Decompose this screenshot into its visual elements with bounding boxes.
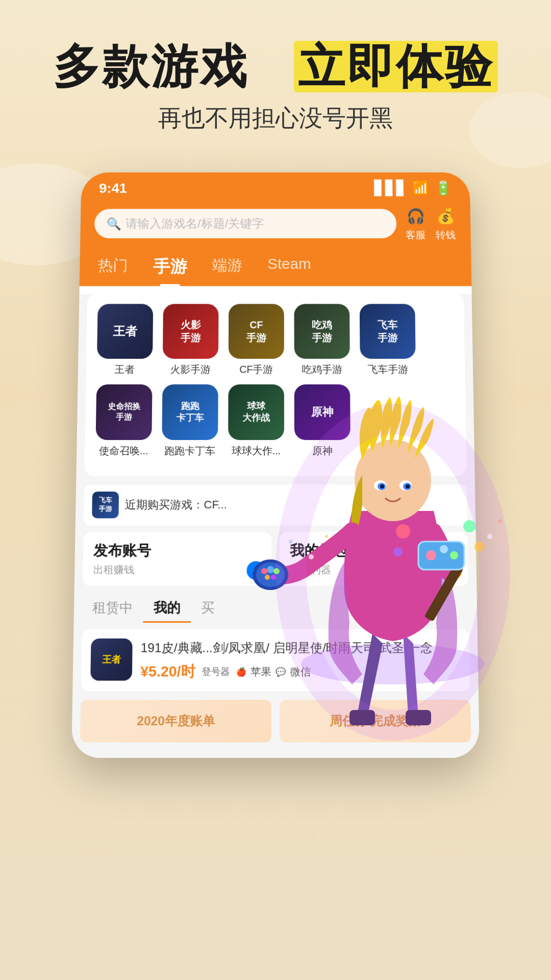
listing-game-icon: 王者 [90, 639, 133, 681]
tab-pc[interactable]: 端游 [212, 252, 242, 286]
game-name-paopao: 跑跑卡丁车 [159, 444, 220, 458]
game-item-shiming[interactable]: 史命招换手游 使命召唤... [93, 384, 155, 458]
wechat-icon: 💬 [276, 667, 286, 677]
game-item-yuanshen[interactable]: 原神 原神 [292, 384, 353, 458]
games-row-2: 史命招换手游 使命召唤... 跑跑卡丁车 跑跑卡丁车 球球大作战 球球大作... [93, 384, 458, 458]
recent-game-icon: 飞车手游 [92, 492, 119, 518]
headset-icon: 🎧 [404, 205, 427, 227]
tab-mine[interactable]: 我的 [143, 595, 191, 623]
game-name-feiche: 飞车手游 [358, 363, 418, 377]
transfer-label: 转钱 [436, 229, 456, 242]
recent-banner[interactable]: 飞车手游 近期购买游戏：CF... [84, 484, 467, 526]
game-item-feiche[interactable]: 飞车手游 飞车手游 [357, 304, 418, 377]
game-item-cf[interactable]: CF手游 CF手游 [226, 304, 287, 377]
status-icons: ▋▋▋ 📶 🔋 [374, 180, 452, 196]
games-row-1: 王者 王者 火影手游 火影手游 CF手游 CF手游 吃鸡手游 [94, 304, 457, 377]
publish-account-card[interactable]: 发布账号 出租赚钱 + [83, 532, 271, 586]
listing-tag-login: 登号器 [202, 666, 230, 678]
red-packet-card[interactable]: 我的红包 省钱利器 ¥ [280, 532, 468, 586]
game-name-cf: CF手游 [226, 363, 287, 377]
nav-tabs: 热门 手游 端游 Steam [80, 252, 472, 286]
listing-item[interactable]: 王者 191皮/典藏...剑/凤求凰/ 启明星使/时雨天司/武圣/一念 ¥5.2… [81, 629, 470, 692]
game-item-qiuqiu[interactable]: 球球大作战 球球大作... [226, 384, 287, 458]
customer-service-label: 客服 [406, 229, 426, 242]
hero-title-part1: 多款游戏 [53, 40, 249, 92]
hero-title-part2: 立即体验 [294, 41, 498, 92]
phone-container: 9:41 ▋▋▋ 📶 🔋 🔍 请输入游戏名/标题/关键字 🎧 [77, 165, 474, 751]
hero-title: 多款游戏 立即体验 [31, 41, 520, 92]
game-icon-jichi: 吃鸡手游 [294, 304, 350, 359]
phone-content: 王者 王者 火影手游 火影手游 CF手游 CF手游 吃鸡手游 [71, 294, 480, 758]
bottom-card-annual[interactable]: 2020年度账单 [80, 700, 271, 743]
apple-label: 苹果 [251, 665, 271, 679]
qa-subtitle-redpacket: 省钱利器 [290, 563, 458, 577]
wechat-label: 微信 [290, 665, 311, 679]
apple-icon: 🍎 [236, 667, 246, 677]
svg-point-32 [498, 519, 502, 523]
hero-subtitle: 再也不用担心没号开黑 [31, 103, 520, 134]
qa-icon-publish: + [246, 561, 265, 580]
quick-actions: 发布账号 出租赚钱 + 我的红包 省钱利器 ¥ [83, 532, 468, 586]
phone-mockup: 9:41 ▋▋▋ 📶 🔋 🔍 请输入游戏名/标题/关键字 🎧 [71, 173, 480, 758]
game-item-jichi[interactable]: 吃鸡手游 吃鸡手游 [292, 304, 353, 377]
bottom-card-weekly[interactable]: 周任务 完成奖励 [280, 700, 471, 743]
battery-icon: 🔋 [434, 180, 452, 196]
status-time: 9:41 [99, 181, 127, 196]
listing-price: ¥5.20/时 [140, 662, 195, 681]
listing-description: 191皮/典藏...剑/凤求凰/ 启明星使/时雨天司/武圣/一念 [141, 639, 461, 657]
game-name-jichi: 吃鸡手游 [292, 363, 353, 377]
game-icon-shiming: 史命招换手游 [96, 384, 153, 440]
game-item-paopao[interactable]: 跑跑卡丁车 跑跑卡丁车 [159, 384, 221, 458]
bottom-cards: 2020年度账单 周任务 完成奖励 [80, 700, 471, 751]
game-icon-huoying: 火影手游 [163, 304, 219, 359]
tab-hot[interactable]: 热门 [97, 252, 128, 286]
game-name-shiming: 使命召唤... [93, 444, 154, 458]
qa-icon-redpacket: ¥ [443, 561, 462, 580]
recent-text: 近期购买游戏：CF... [125, 497, 227, 512]
qa-title-redpacket: 我的红包 [290, 541, 458, 561]
qa-title-publish: 发布账号 [93, 541, 261, 561]
search-placeholder-text: 请输入游戏名/标题/关键字 [126, 215, 264, 231]
game-name-wangzhe: 王者 [94, 363, 155, 377]
game-icon-paopao: 跑跑卡丁车 [162, 384, 218, 440]
customer-service-button[interactable]: 🎧 客服 [404, 205, 427, 242]
search-bar[interactable]: 🔍 请输入游戏名/标题/关键字 [94, 209, 397, 238]
status-bar: 9:41 ▋▋▋ 📶 🔋 [81, 173, 470, 200]
search-row: 🔍 请输入游戏名/标题/关键字 🎧 客服 💰 转钱 [94, 205, 457, 242]
listing-price-row: ¥5.20/时 登号器 🍎 苹果 💬 微信 [140, 662, 461, 681]
game-name-yuanshen: 原神 [292, 444, 353, 458]
transfer-button[interactable]: 💰 转钱 [434, 205, 457, 242]
search-icon: 🔍 [107, 217, 120, 230]
coin-icon: 💰 [434, 205, 457, 227]
qa-subtitle-publish: 出租赚钱 [93, 563, 261, 577]
game-icon-feiche: 飞车手游 [360, 304, 416, 359]
phone-header: 🔍 请输入游戏名/标题/关键字 🎧 客服 💰 转钱 [80, 200, 471, 252]
game-icon-qiuqiu: 球球大作战 [228, 384, 284, 440]
tab-steam[interactable]: Steam [267, 252, 311, 286]
wifi-icon: 📶 [412, 180, 430, 196]
game-item-huoying[interactable]: 火影手游 火影手游 [160, 304, 221, 377]
page-wrapper: 多款游戏 立即体验 再也不用担心没号开黑 9:41 ▋▋▋ 📶 🔋 � [0, 0, 551, 980]
game-icon-yuanshen: 原神 [294, 384, 350, 440]
game-item-wangzhe[interactable]: 王者 王者 [94, 304, 156, 377]
listing-platforms: 🍎 苹果 💬 微信 [236, 665, 311, 679]
game-name-huoying: 火影手游 [160, 363, 221, 377]
game-icon-wangzhe: 王者 [97, 304, 153, 359]
svg-point-31 [487, 534, 492, 539]
header-actions: 🎧 客服 💰 转钱 [404, 205, 457, 242]
game-icon-cf: CF手游 [229, 304, 284, 359]
tab-buy[interactable]: 买 [191, 595, 225, 623]
signal-icon: ▋▋▋ [374, 180, 407, 196]
game-name-qiuqiu: 球球大作... [226, 444, 287, 458]
tab-renting[interactable]: 租赁中 [82, 595, 143, 623]
hero-section: 多款游戏 立即体验 再也不用担心没号开黑 [0, 0, 551, 144]
content-tabs: 租赁中 我的 买 [82, 595, 469, 623]
listing-info: 191皮/典藏...剑/凤求凰/ 启明星使/时雨天司/武圣/一念 ¥5.20/时… [140, 639, 461, 682]
tab-mobile[interactable]: 手游 [153, 252, 188, 286]
games-grid: 王者 王者 火影手游 火影手游 CF手游 CF手游 吃鸡手游 [84, 294, 466, 476]
